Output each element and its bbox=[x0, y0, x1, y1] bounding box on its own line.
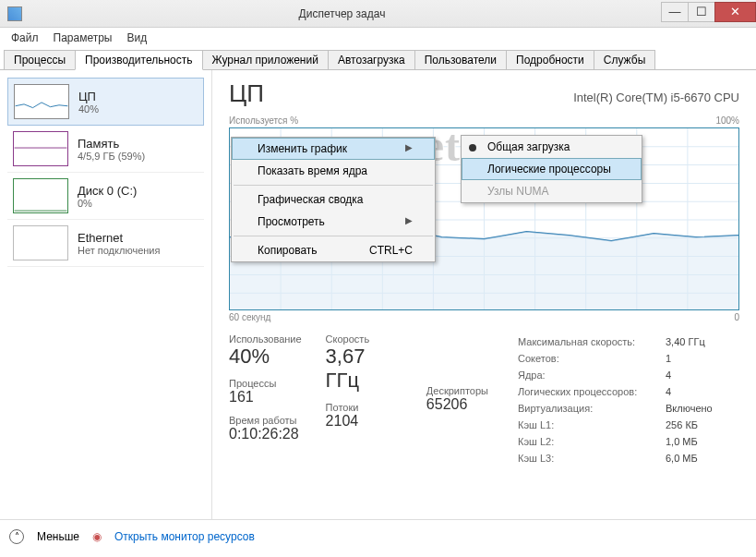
disk-title: Диск 0 (C:) bbox=[78, 184, 137, 198]
context-submenu: Общая загрузка Логические процессоры Узл… bbox=[461, 135, 642, 203]
context-menu: Изменить график▶ Показать время ядра Гра… bbox=[231, 137, 436, 262]
ctx-copy-shortcut: CTRL+C bbox=[369, 244, 413, 257]
titlebar: Диспетчер задач — ☐ ✕ bbox=[0, 0, 756, 28]
info-l3-k: Кэш L3: bbox=[518, 450, 666, 466]
sidebar-item-memory[interactable]: Память4/5,9 ГБ (59%) bbox=[7, 126, 204, 173]
cpu-thumb bbox=[14, 84, 69, 119]
disk-sub: 0% bbox=[78, 198, 137, 209]
tabs: Процессы Производительность Журнал прило… bbox=[0, 48, 756, 70]
ctx-separator bbox=[234, 236, 433, 236]
mem-title: Память bbox=[78, 137, 145, 151]
menu-options[interactable]: Параметры bbox=[46, 30, 120, 46]
sidebar-item-ethernet[interactable]: EthernetНет подключения bbox=[7, 220, 204, 267]
util-label: Использование bbox=[229, 333, 302, 345]
ctx-separator bbox=[234, 185, 433, 186]
sub-logical[interactable]: Логические процессоры bbox=[462, 158, 642, 180]
eth-thumb bbox=[13, 225, 68, 260]
info-cores-k: Ядра: bbox=[518, 367, 666, 383]
handles-label: Дескрипторы bbox=[426, 385, 488, 396]
proc-label: Процессы bbox=[229, 378, 302, 389]
info-cores-v: 4 bbox=[666, 367, 739, 383]
eth-sub: Нет подключения bbox=[78, 245, 160, 256]
speed-label: Скорость bbox=[326, 333, 402, 345]
fewer-icon[interactable]: ˄ bbox=[9, 529, 24, 544]
sub-overall[interactable]: Общая загрузка bbox=[462, 136, 642, 158]
cpu-title: ЦП bbox=[78, 90, 99, 103]
uptime-value: 0:10:26:28 bbox=[229, 426, 302, 442]
chevron-right-icon: ▶ bbox=[405, 215, 413, 228]
ctx-copy[interactable]: КопироватьCTRL+C bbox=[232, 239, 435, 261]
menu-view[interactable]: Вид bbox=[119, 30, 154, 46]
minimize-button[interactable]: — bbox=[661, 2, 689, 22]
info-l1-v: 256 КБ bbox=[666, 417, 739, 433]
radio-icon bbox=[469, 144, 476, 151]
menubar: Файл Параметры Вид bbox=[0, 28, 756, 48]
footer: ˄ Меньше ◉ Открыть монитор ресурсов bbox=[0, 519, 756, 552]
info-lproc-v: 4 bbox=[666, 383, 739, 400]
chevron-right-icon: ▶ bbox=[405, 142, 413, 155]
tab-processes[interactable]: Процессы bbox=[4, 50, 76, 70]
handles-value: 65206 bbox=[426, 396, 488, 413]
cpu-info: Максимальная скорость:3,40 ГГц Сокетов:1… bbox=[518, 333, 739, 466]
sub-numa: Узлы NUMA bbox=[462, 180, 642, 202]
fewer-details[interactable]: Меньше bbox=[37, 530, 79, 543]
chart-xmin: 60 секунд bbox=[229, 312, 270, 322]
info-l1-k: Кэш L1: bbox=[518, 417, 666, 433]
info-maxspeed-v: 3,40 ГГц bbox=[666, 333, 739, 350]
tab-startup[interactable]: Автозагрузка bbox=[328, 50, 415, 70]
util-value: 40% bbox=[229, 345, 302, 369]
info-lproc-k: Логических процессоров: bbox=[518, 383, 666, 400]
info-l2-k: Кэш L2: bbox=[518, 433, 666, 450]
sidebar-item-cpu[interactable]: ЦП40% bbox=[7, 78, 204, 126]
ctx-show-kernel[interactable]: Показать время ядра bbox=[232, 160, 435, 182]
info-sockets-v: 1 bbox=[666, 350, 739, 367]
info-virt-k: Виртуализация: bbox=[518, 400, 666, 417]
threads-value: 2104 bbox=[326, 413, 402, 430]
cpu-model: Intel(R) Core(TM) i5-6670 CPU bbox=[573, 91, 739, 104]
sidebar: ЦП40% Память4/5,9 ГБ (59%) Диск 0 (C:)0%… bbox=[0, 70, 212, 519]
eth-title: Ethernet bbox=[78, 231, 160, 245]
mem-thumb bbox=[13, 131, 68, 166]
info-maxspeed-k: Максимальная скорость: bbox=[518, 333, 666, 350]
window-title: Диспетчер задач bbox=[22, 7, 662, 20]
sidebar-item-disk[interactable]: Диск 0 (C:)0% bbox=[7, 173, 204, 220]
mem-sub: 4/5,9 ГБ (59%) bbox=[78, 151, 145, 162]
tab-users[interactable]: Пользователи bbox=[414, 50, 507, 70]
cpu-sub: 40% bbox=[78, 103, 99, 115]
chart-xmax: 0 bbox=[734, 312, 739, 322]
resmon-icon: ◉ bbox=[92, 530, 102, 543]
tab-apphistory[interactable]: Журнал приложений bbox=[202, 50, 329, 70]
info-l2-v: 1,0 МБ bbox=[666, 433, 739, 450]
menu-file[interactable]: Файл bbox=[4, 30, 46, 46]
page-title: ЦП bbox=[229, 79, 264, 108]
close-button[interactable]: ✕ bbox=[714, 2, 756, 22]
info-virt-v: Включено bbox=[666, 400, 739, 417]
tab-details[interactable]: Подробности bbox=[506, 50, 594, 70]
open-resource-monitor[interactable]: Открыть монитор ресурсов bbox=[114, 530, 255, 543]
uptime-label: Время работы bbox=[229, 415, 302, 426]
info-l3-v: 6,0 МБ bbox=[666, 450, 739, 466]
app-icon bbox=[7, 6, 22, 21]
ctx-view[interactable]: Просмотреть▶ bbox=[232, 211, 435, 233]
chart-ylabel: Используется % bbox=[229, 115, 298, 126]
ctx-graph-summary[interactable]: Графическая сводка bbox=[232, 188, 435, 211]
disk-thumb bbox=[13, 178, 68, 213]
main-panel: ЦП Intel(R) Core(TM) i5-6670 CPU Использ… bbox=[212, 70, 756, 519]
ctx-change-graph[interactable]: Изменить график▶ bbox=[232, 138, 435, 160]
tab-performance[interactable]: Производительность bbox=[75, 50, 202, 70]
proc-value: 161 bbox=[229, 389, 302, 406]
maximize-button[interactable]: ☐ bbox=[688, 2, 715, 22]
tab-services[interactable]: Службы bbox=[594, 50, 655, 70]
chart-ymax: 100% bbox=[715, 115, 739, 126]
info-sockets-k: Сокетов: bbox=[518, 350, 666, 367]
threads-label: Потоки bbox=[326, 402, 402, 413]
speed-value: 3,67 ГГц bbox=[326, 345, 402, 393]
